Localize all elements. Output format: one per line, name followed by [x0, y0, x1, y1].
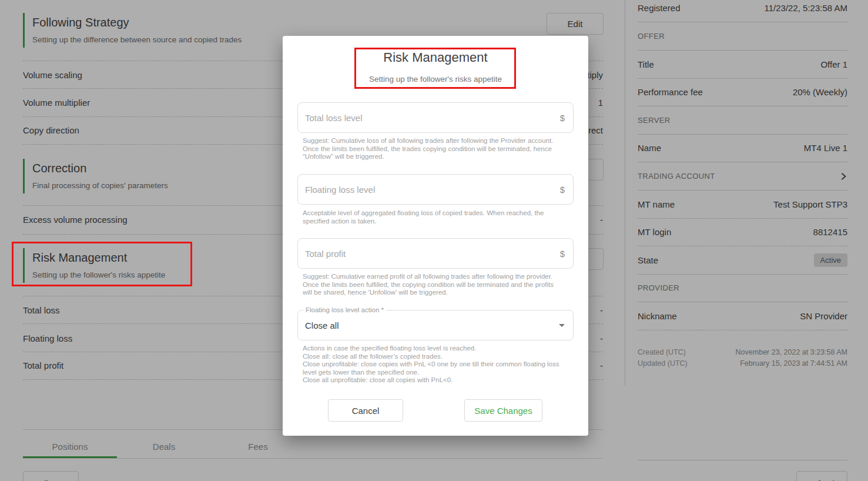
annotation-rect-risk-section — [12, 242, 192, 286]
select-label: Floating loss level action * — [303, 306, 386, 313]
total-profit-input[interactable] — [297, 238, 574, 269]
copy-trading-settings-page: Following Strategy Setting up the differ… — [0, 0, 868, 481]
risk-management-dialog: Risk Management Setting up the follower'… — [283, 36, 588, 436]
select-value: Close all — [298, 320, 339, 330]
currency-suffix: $ — [560, 249, 565, 259]
floating-loss-level-input[interactable] — [297, 174, 574, 205]
floating-loss-level-field: $ — [297, 174, 574, 205]
floating-loss-action-help-text: Actions in case the specified floating l… — [303, 345, 561, 385]
total-profit-help-text: Suggest: Cumulative earned profit of all… — [303, 273, 561, 297]
currency-suffix: $ — [560, 185, 565, 195]
floating-loss-help-text: Acceptable level of aggregated floating … — [303, 209, 561, 225]
cancel-button[interactable]: Cancel — [328, 399, 403, 422]
total-loss-level-input[interactable] — [297, 102, 574, 133]
total-loss-level-field: $ — [297, 102, 574, 133]
annotation-rect-dialog-title — [354, 48, 516, 89]
save-changes-button[interactable]: Save Changes — [464, 399, 542, 422]
currency-suffix: $ — [560, 113, 565, 123]
total-loss-help-text: Suggest: Cumulative loss of all followin… — [303, 137, 561, 161]
dropdown-arrow-icon — [559, 324, 565, 327]
floating-loss-action-select[interactable]: Floating loss level action * Close all — [297, 310, 574, 340]
total-profit-field: $ — [297, 238, 574, 269]
